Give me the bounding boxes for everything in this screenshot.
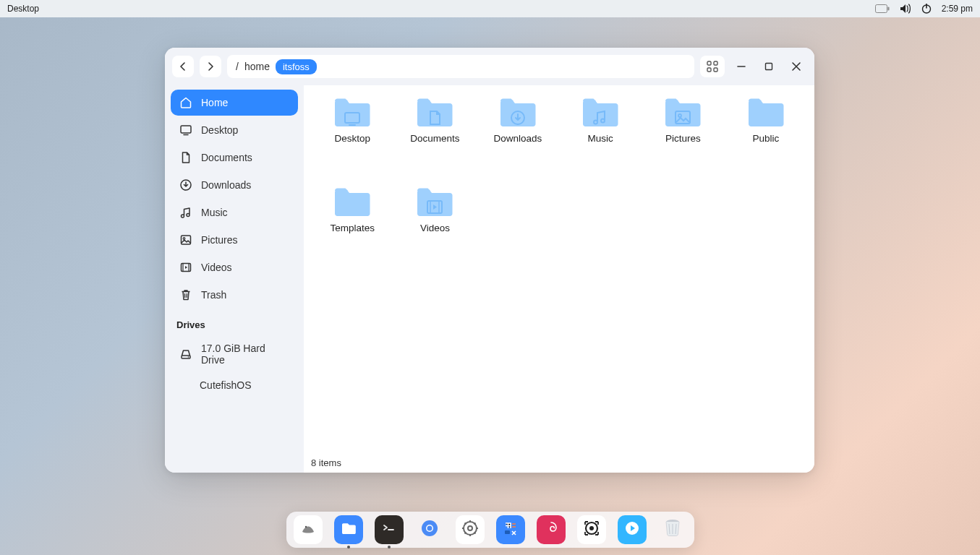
svg-line-41 [474,533,475,534]
desktop[interactable]: Desktop 2:59 pm / home [0,0,980,555]
folder-label: Documents [410,133,459,144]
sidebar-item-home[interactable]: Home [171,90,298,116]
dock-trash[interactable] [658,515,687,544]
picture-icon [179,233,192,246]
sidebar-item-label: Documents [201,152,252,163]
sidebar-item-trash[interactable]: Trash [171,282,298,308]
volume-icon[interactable] [900,4,911,14]
clock[interactable]: 2:59 pm [942,4,973,14]
folder-grid[interactable]: Desktop Documents Downloads Music Pictur… [304,85,814,452]
video-icon [179,261,192,274]
svg-rect-0 [875,5,887,13]
files-icon [339,519,358,541]
folder-label: Public [752,133,779,144]
sidebar-item-label: Desktop [201,124,238,136]
sidebar-item-documents[interactable]: Documents [171,145,298,171]
topbar: Desktop 2:59 pm [0,0,980,17]
folder-label: Downloads [493,133,542,144]
svg-rect-10 [181,126,191,133]
folder-label: Music [588,133,613,144]
forward-button[interactable] [200,56,221,77]
content-area: Desktop Documents Downloads Music Pictur… [304,85,814,473]
trash-icon [179,288,192,301]
status-text: 8 items [311,457,341,468]
battery-icon[interactable] [875,4,890,13]
dock-settings[interactable] [456,515,485,544]
terminal-icon [380,520,398,540]
view-mode-button[interactable] [700,56,725,77]
dock-launcher[interactable] [294,515,323,544]
calculator-icon [502,520,519,540]
svg-rect-6 [707,68,711,72]
dock [286,512,694,548]
topbar-app-label: Desktop [7,4,39,14]
doc-icon [179,151,192,164]
folder-documents[interactable]: Documents [395,95,474,182]
sidebar-item-pictures[interactable]: Pictures [171,227,298,253]
settings-icon [460,518,480,541]
svg-point-30 [304,526,306,528]
folder-desktop[interactable]: Desktop [312,95,392,182]
folder-icon [332,95,372,129]
back-button[interactable] [172,56,194,77]
minimize-button[interactable] [730,56,752,77]
svg-point-35 [468,526,472,530]
close-button[interactable] [785,56,807,77]
home-icon [179,96,192,109]
sidebar-item-videos[interactable]: Videos [171,254,298,280]
svg-rect-9 [766,64,772,70]
dock-screenshot[interactable] [577,515,606,544]
download-icon [179,178,192,192]
folder-templates[interactable]: Templates [312,185,392,272]
dock-video-player[interactable] [618,515,647,544]
sidebar-item-music[interactable]: Music [171,199,298,225]
crumb-root[interactable]: / [236,61,239,72]
drive-sub-item[interactable]: CutefishOS [171,374,298,397]
folder-downloads[interactable]: Downloads [478,95,558,182]
folder-label: Desktop [334,133,370,144]
status-bar: 8 items [304,452,814,473]
debian-icon [543,520,559,539]
titlebar: / home itsfoss [165,48,814,85]
dock-calculator[interactable] [496,515,525,544]
monitor-icon [179,124,192,137]
svg-rect-1 [887,7,889,11]
folder-music[interactable]: Music [561,95,640,182]
folder-icon [580,95,621,129]
folder-icon [498,95,538,129]
svg-line-43 [474,523,475,525]
dock-browser[interactable] [415,515,444,544]
crumb-current[interactable]: itsfoss [276,59,317,74]
folder-videos[interactable]: Videos [395,185,474,272]
sidebar-item-label: Home [201,97,228,108]
folder-icon [662,95,703,129]
folder-icon [414,95,455,129]
folder-public[interactable]: Public [726,95,806,182]
folder-pictures[interactable]: Pictures [643,95,723,182]
svg-line-42 [464,533,466,534]
sidebar-item-label: Downloads [201,179,251,191]
svg-rect-45 [505,530,510,534]
svg-rect-4 [707,61,711,65]
drive-item[interactable]: 17.0 GiB Hard Drive [171,336,298,372]
dock-debian[interactable] [537,515,566,544]
launcher-icon [299,519,318,541]
trash-icon [663,517,682,542]
sidebar-item-downloads[interactable]: Downloads [171,172,298,198]
dock-files[interactable] [334,515,363,544]
svg-line-40 [464,523,466,525]
breadcrumb[interactable]: / home itsfoss [227,55,694,78]
sidebar-item-desktop[interactable]: Desktop [171,117,298,143]
maximize-button[interactable] [758,56,780,77]
sidebar: HomeDesktopDocumentsDownloadsMusicPictur… [165,85,304,473]
power-icon[interactable] [921,4,932,14]
dock-terminal[interactable] [375,515,404,544]
svg-point-14 [183,238,185,240]
sidebar-item-label: Videos [201,262,232,273]
svg-point-33 [427,526,432,531]
svg-point-47 [589,526,594,530]
crumb-home[interactable]: home [244,61,270,72]
disk-icon [179,348,192,361]
file-manager-window: / home itsfoss HomeDesktopDocumentsDownl… [165,48,814,473]
folder-icon [332,185,372,218]
